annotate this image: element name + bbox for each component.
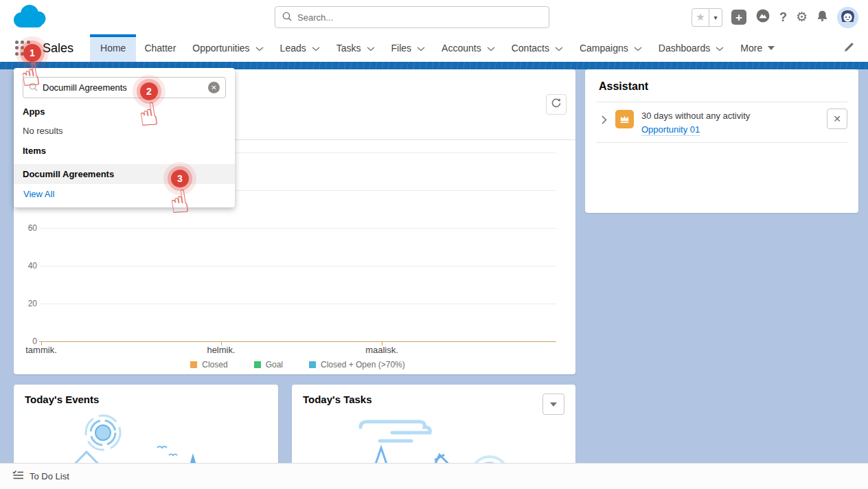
tab-home[interactable]: Home [90,34,136,62]
chevron-down-icon[interactable] [487,43,495,54]
item-result-documill-agreements[interactable]: Documill Agreements [14,164,235,184]
tab-chatter[interactable]: Chatter [136,34,184,62]
trailhead-icon [755,14,770,25]
tab-dashboards[interactable]: Dashboards [650,34,733,62]
app-launcher-popup: Documill Agreements ✕ Apps No results It… [14,68,235,207]
nav-tabs: Home Chatter Opportunities Leads Tasks F… [90,34,783,62]
salesforce-home-screen: Search... ★ ▾ + ? ⚙ [0,0,868,489]
caret-down-icon: ▾ [713,14,717,21]
tab-files[interactable]: Files [383,34,434,62]
chevron-down-icon[interactable] [634,43,642,54]
close-icon: ✕ [833,113,841,124]
gridline-40 [39,266,556,266]
events-card-title: Today's Events [25,394,99,405]
tab-contacts[interactable]: Contacts [503,34,571,62]
tab-leads[interactable]: Leads [272,34,328,62]
expand-chevron-icon[interactable] [602,115,607,127]
salesforce-logo-icon [10,3,48,34]
legend-item-closed-open: Closed + Open (>70%) [309,360,405,369]
favorites-dropdown-button[interactable]: ▾ [709,8,722,27]
todo-list-icon [12,470,24,483]
edit-navigation-button[interactable] [844,42,854,55]
clear-icon: ✕ [211,84,216,91]
global-actions-button[interactable]: + [731,10,746,25]
gear-icon: ⚙ [796,10,808,24]
assistant-title: Assistant [599,80,648,93]
global-search-input[interactable]: Search... [275,6,549,28]
star-icon: ★ [696,11,705,23]
legend-swatch-closed-open [309,361,316,368]
tab-accounts[interactable]: Accounts [433,34,503,62]
todo-list-button[interactable]: To Do List [30,471,69,481]
chevron-down-icon[interactable] [255,43,264,54]
plus-icon: + [735,12,742,23]
help-icon: ? [779,10,787,24]
opportunity-link[interactable]: Opportunity 01 [641,124,700,136]
global-header: Search... ★ ▾ + ? ⚙ [0,0,868,34]
opportunity-icon [615,110,634,128]
gridline-60 [39,228,556,229]
dismiss-button[interactable]: ✕ [827,109,847,129]
legend-swatch-goal [254,361,261,368]
chevron-down-icon[interactable] [367,43,375,54]
y-tick-label: 20 [19,299,37,308]
assistant-card: Assistant 30 days without any activity O… [585,69,858,213]
setup-button[interactable]: ⚙ [796,10,808,24]
app-launcher-search-value: Documill Agreements [43,82,203,93]
step-annotation-1: 1 ☝ [23,44,41,62]
y-tick-label: 40 [19,261,37,271]
x-axis-label: helmik. [190,345,252,355]
x-axis-label: maalisk. [351,345,413,355]
user-avatar[interactable] [837,7,858,28]
tasks-card-title: Today's Tasks [303,394,372,405]
app-navigation-bar: Sales Home Chatter Opportunities Leads T… [0,34,868,62]
items-section-heading: Items [23,146,46,156]
chart-legend: Closed Goal Closed + Open (>70%) [39,360,556,369]
chevron-down-icon[interactable] [312,43,320,54]
chevron-down-icon[interactable] [716,43,724,54]
tab-campaigns[interactable]: Campaigns [571,34,650,62]
tab-more[interactable]: More [732,34,783,62]
guidance-center-button[interactable] [755,8,770,26]
caret-down-icon [768,46,775,50]
utility-bar: To Do List [0,463,868,489]
view-all-link[interactable]: View All [23,189,54,199]
apps-section-heading: Apps [23,106,45,117]
chevron-down-icon[interactable] [417,43,425,54]
favorites-combo: ★ ▾ [692,8,722,27]
x-axis-line [39,341,556,342]
tab-opportunities[interactable]: Opportunities [184,34,271,62]
step-annotation-2: 2 ☝ [140,82,158,100]
clear-search-button[interactable]: ✕ [208,82,220,93]
step-annotation-3: 3 ☝ [171,170,189,187]
divider [596,102,847,102]
refresh-icon [551,98,562,111]
y-tick-label: 60 [19,223,37,233]
legend-item-goal: Goal [254,360,283,369]
pencil-icon [844,43,854,54]
apps-no-results: No results [23,126,63,136]
refresh-button[interactable] [546,94,567,115]
favorite-star-button[interactable]: ★ [692,8,709,27]
search-icon [282,12,292,23]
legend-swatch-closed [190,361,197,368]
notifications-button[interactable] [816,10,828,25]
bell-icon [816,12,828,24]
assistant-item-text: 30 days without any activity [641,111,750,121]
app-launcher-search-input[interactable]: Documill Agreements ✕ [23,77,226,98]
help-button[interactable]: ? [779,10,787,25]
current-app-name: Sales [43,41,73,56]
divider [596,142,847,143]
search-placeholder: Search... [297,12,333,23]
legend-item-closed: Closed [190,360,227,369]
tab-tasks[interactable]: Tasks [328,34,383,62]
gridline-20 [39,304,556,304]
chevron-down-icon[interactable] [555,43,563,54]
x-axis-label: tammik. [10,345,72,355]
